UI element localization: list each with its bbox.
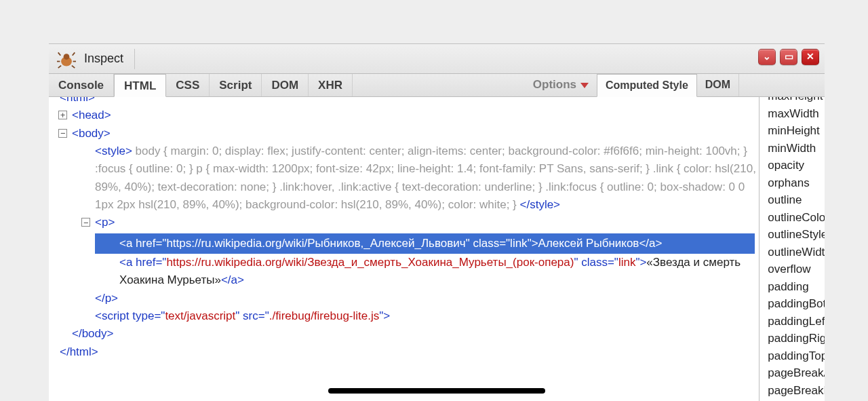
style-row[interactable]: paddingTop"0px" <box>768 347 819 365</box>
separator <box>134 49 135 69</box>
tab-html[interactable]: HTML <box>114 74 166 97</box>
style-row[interactable]: padding"0px" <box>768 278 819 296</box>
node-script[interactable]: <script type="text/javascript" src="./fi… <box>72 307 759 325</box>
tab-dom[interactable]: DOM <box>262 74 309 96</box>
node-body-close[interactable]: </body> <box>72 327 113 340</box>
style-property: pageBreakAfter <box>768 364 825 382</box>
svg-line-7 <box>72 65 75 68</box>
svg-point-1 <box>64 54 70 60</box>
node-p-close[interactable]: </p> <box>95 292 118 305</box>
tab-side-dom[interactable]: DOM <box>697 74 739 96</box>
minimize-button[interactable]: ⌄ <box>758 49 776 65</box>
style-property: outlineStyle <box>768 226 825 244</box>
side-tabbar: Computed Style DOM <box>597 74 825 97</box>
popout-button[interactable]: ▭ <box>780 49 797 65</box>
close-button[interactable]: ✕ <box>802 49 819 65</box>
style-row[interactable]: outline"rgb(11, 102, 193) none <box>768 191 819 209</box>
node-html-close[interactable]: </html> <box>49 343 759 361</box>
node-style[interactable]: <style> body { margin: 0; display: flex;… <box>72 142 759 214</box>
style-property: paddingBottom <box>768 295 825 313</box>
style-row[interactable]: minWidth"0px" <box>768 140 819 157</box>
tab-script[interactable]: Script <box>210 74 262 96</box>
style-property: outlineColor <box>768 209 825 227</box>
style-row[interactable]: paddingBottom"0px" <box>768 295 819 313</box>
style-property: orphans <box>768 174 825 192</box>
computed-style-panel[interactable]: maxHeight"none"maxWidth"none"minHeight"0… <box>759 97 825 401</box>
style-row[interactable]: overflow"visible" <box>768 261 819 278</box>
node-html-open[interactable]: <html> <box>49 97 759 107</box>
debugger-window: Inspect ⌄ ▭ ✕ Console HTML CSS Script DO… <box>49 43 825 401</box>
style-property: maxHeight <box>768 97 825 105</box>
style-property: paddingRight <box>768 330 825 347</box>
toolbar: Inspect ⌄ ▭ ✕ <box>49 44 825 74</box>
style-row[interactable]: minHeight"0px" <box>768 122 819 140</box>
expand-icon[interactable] <box>58 111 67 119</box>
tab-computed-style[interactable]: Computed Style <box>597 74 697 97</box>
node-head[interactable]: <head> <box>49 107 759 124</box>
style-property: overflow <box>768 261 825 278</box>
style-row[interactable]: maxHeight"none" <box>768 97 819 105</box>
node-body[interactable]: <body> <style> body { margin: 0; display… <box>49 125 759 343</box>
tab-console[interactable]: Console <box>49 74 114 96</box>
style-row[interactable]: outlineColor"rgb(11, 102, 193)" <box>768 209 819 227</box>
style-row[interactable]: outlineWidth"0px" <box>768 244 819 261</box>
node-p-open[interactable]: <p> <box>95 216 115 229</box>
options-label: Options <box>533 78 576 92</box>
main-tabbar: Console HTML CSS Script DOM XHR Options <box>49 74 597 97</box>
svg-line-2 <box>58 52 61 55</box>
style-row[interactable]: opacity"1" <box>768 157 819 174</box>
style-row[interactable]: outlineStyle"none" <box>768 226 819 244</box>
tab-css[interactable]: CSS <box>166 74 210 96</box>
style-property: pageBreakBefore <box>768 382 825 400</box>
selected-node[interactable]: <a href="https://ru.wikipedia.org/wiki/Р… <box>95 233 755 254</box>
html-tree-panel[interactable]: <html> <head> <body> <style> body { marg… <box>49 97 759 401</box>
style-row[interactable]: pageBreakAfter"auto" <box>768 364 819 382</box>
style-property: padding <box>768 278 825 296</box>
style-row[interactable]: orphans"auto" <box>768 174 819 192</box>
options-menu[interactable]: Options <box>533 78 589 92</box>
style-row[interactable]: paddingRight"0px" <box>768 330 819 347</box>
style-property: paddingTop <box>768 347 825 365</box>
collapse-icon[interactable] <box>58 129 67 138</box>
inspect-label[interactable]: Inspect <box>84 52 123 66</box>
style-property: maxWidth <box>768 105 825 123</box>
firebug-icon[interactable] <box>57 50 76 69</box>
home-indicator <box>328 388 545 394</box>
style-property: opacity <box>768 157 825 174</box>
tab-xhr[interactable]: XHR <box>309 74 353 96</box>
style-property: paddingLeft <box>768 313 825 330</box>
style-row[interactable]: pageBreakBefore"auto" <box>768 382 819 400</box>
style-property: minWidth <box>768 140 825 157</box>
style-row[interactable]: paddingLeft"0px" <box>768 313 819 330</box>
style-property: outline <box>768 191 825 209</box>
svg-line-3 <box>73 52 75 55</box>
style-row[interactable]: maxWidth"none" <box>768 105 819 123</box>
style-property: minHeight <box>768 122 825 140</box>
svg-line-6 <box>58 65 61 68</box>
collapse-icon[interactable] <box>81 218 90 227</box>
chevron-down-icon <box>580 83 589 88</box>
node-anchor-2[interactable]: <a href="https://ru.wikipedia.org/wiki/З… <box>95 254 759 290</box>
style-property: outlineWidth <box>768 244 825 261</box>
